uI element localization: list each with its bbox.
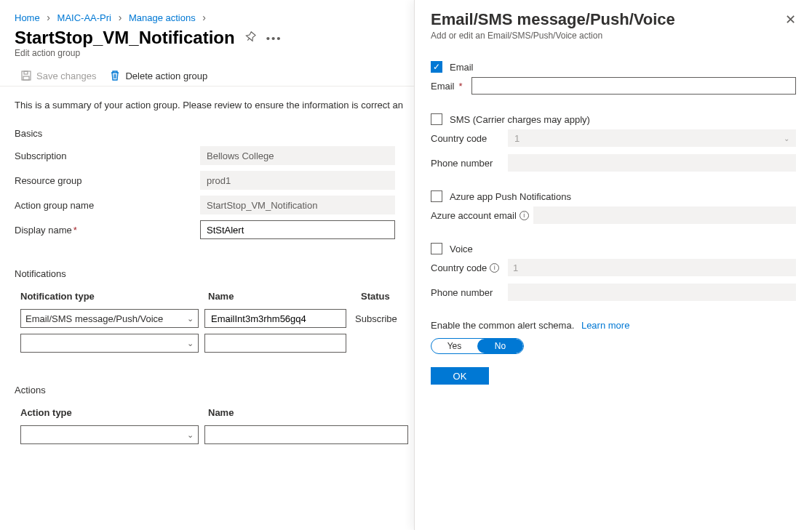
chevron-right-icon (47, 12, 50, 23)
more-icon[interactable]: ••• (266, 32, 282, 44)
svg-rect-2 (23, 76, 29, 80)
checkbox-email-label: Email (450, 62, 474, 73)
input-resource-group (200, 171, 395, 190)
learn-more-link[interactable]: Learn more (581, 320, 629, 331)
input-sms-phone (508, 154, 796, 172)
close-icon[interactable]: ✕ (785, 13, 796, 26)
select-notification-type[interactable]: ⌄ (20, 334, 199, 353)
info-icon[interactable]: i (520, 211, 529, 220)
notification-status: Subscribe (352, 313, 418, 324)
chevron-down-icon: ⌄ (784, 134, 789, 142)
panel-title: Email/SMS message/Push/Voice (431, 10, 675, 29)
chevron-down-icon: ⌄ (187, 430, 194, 440)
ok-button[interactable]: OK (431, 367, 489, 385)
toggle-alert-schema[interactable]: Yes No (431, 338, 524, 354)
delete-icon (109, 70, 121, 81)
input-push-account (533, 206, 796, 224)
input-voice-country-code (508, 259, 796, 276)
crumb-home[interactable]: Home (15, 12, 40, 23)
schema-text: Enable the common alert schema. (431, 320, 574, 331)
pin-icon[interactable] (245, 31, 256, 44)
label-display-name: Display name* (15, 225, 200, 236)
select-notification-type[interactable]: Email/SMS message/Push/Voice ⌄ (20, 309, 199, 328)
info-icon[interactable]: i (490, 263, 499, 273)
svg-rect-1 (24, 71, 28, 74)
input-notification-name[interactable] (204, 309, 346, 328)
page-title: StartStop_VM_Notification (15, 28, 235, 48)
input-notification-name[interactable] (204, 334, 346, 353)
th-notification-type: Notification type (20, 291, 208, 302)
side-panel: Email/SMS message/Push/Voice ✕ Add or ed… (414, 0, 812, 530)
save-button: Save changes (20, 70, 96, 81)
crumb-manage-actions[interactable]: Manage actions (129, 12, 196, 23)
select-action-type[interactable]: ⌄ (20, 425, 199, 444)
label-email-field: Email* (431, 81, 467, 92)
save-button-label: Save changes (36, 71, 96, 81)
label-resource-group: Resource group (15, 175, 200, 186)
label-push-account: Azure account email i (431, 210, 529, 221)
th-action-name: Name (208, 407, 361, 418)
chevron-down-icon: ⌄ (187, 314, 194, 324)
save-icon (20, 70, 32, 81)
label-voice-phone: Phone number (431, 287, 503, 298)
select-value: 1 (514, 133, 520, 144)
required-indicator: * (459, 81, 463, 92)
delete-button-label: Delete action group (125, 71, 207, 81)
select-value: Email/SMS message/Push/Voice (25, 313, 163, 324)
panel-subtitle: Add or edit an Email/SMS/Push/Voice acti… (431, 31, 796, 41)
label-subscription: Subscription (15, 150, 200, 161)
input-voice-phone (508, 284, 796, 301)
required-indicator: * (73, 225, 77, 236)
crumb-automation[interactable]: MAIC-AA-Pri (57, 12, 111, 23)
label-sms-phone: Phone number (431, 158, 503, 169)
input-action-name[interactable] (204, 425, 408, 444)
chevron-down-icon: ⌄ (187, 339, 194, 348)
schema-row: Enable the common alert schema. Learn mo… (431, 320, 796, 331)
th-action-type: Action type (20, 407, 208, 418)
input-email[interactable] (471, 77, 796, 95)
label-voice-country-code: Country code i (431, 262, 503, 273)
toggle-no[interactable]: No (477, 339, 523, 353)
checkbox-voice[interactable] (431, 243, 442, 254)
label-sms-country-code: Country code (431, 133, 503, 144)
toggle-yes[interactable]: Yes (431, 339, 477, 353)
input-display-name[interactable] (200, 220, 395, 239)
input-subscription (200, 146, 395, 165)
checkbox-sms[interactable] (431, 113, 442, 125)
select-sms-country-code: 1 ⌄ (508, 129, 796, 147)
chevron-right-icon (202, 12, 206, 23)
checkbox-sms-label: SMS (Carrier charges may apply) (450, 114, 590, 125)
delete-button[interactable]: Delete action group (109, 70, 207, 81)
input-action-group-name (200, 196, 395, 214)
th-notification-name: Name (208, 291, 361, 302)
checkbox-push-label: Azure app Push Notifications (450, 191, 571, 202)
chevron-right-icon (119, 12, 122, 23)
checkbox-email[interactable]: ✓ (431, 61, 442, 73)
label-action-group-name: Action group name (15, 200, 200, 211)
checkbox-push[interactable] (431, 190, 442, 202)
checkbox-voice-label: Voice (450, 244, 473, 254)
